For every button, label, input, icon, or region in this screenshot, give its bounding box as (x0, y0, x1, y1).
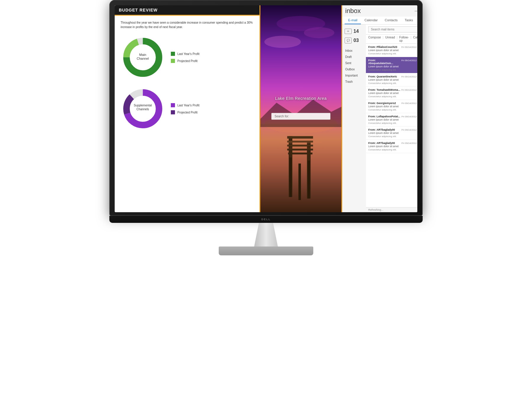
monitor: BUDGET REVIEW Throughout the year we hav… (103, 0, 429, 399)
email-sub-preview: Consectetur adipiscing elit. (368, 135, 417, 138)
monitor-stand-neck (254, 223, 278, 246)
svg-point-15 (277, 16, 325, 31)
email-item[interactable]: From: PllialooCouch23 Fri 09/14/2012 05:… (366, 44, 417, 57)
scene-search-bar[interactable]: Search for: (271, 113, 330, 120)
svg-rect-18 (287, 136, 313, 139)
inbox-nav: E-mail Calendar Contacts Tasks (342, 17, 417, 25)
supplemental-legend: Last Year's Profit Projected Profit (171, 103, 200, 114)
email-from: From: ARTbaglady00 (368, 128, 395, 131)
email-preview: Lorem ipsum dolor sit amet (368, 132, 417, 135)
chat-icon: 💬 (345, 38, 352, 43)
email-item[interactable]: From: Georgiemyers2 Fri 09/14/2012 11:41… (366, 100, 417, 113)
minimize-button[interactable]: — (415, 9, 417, 13)
inbox-panel: inbox — □ ✕ E-mail Calendar Contacts Tas… (342, 5, 417, 212)
email-item[interactable]: From: TomahawkWoma... Fri 09/14/2012 02:… (366, 87, 417, 100)
email-sub-preview: Consectetur adipiscing elit. (368, 95, 417, 98)
compose-button[interactable]: Compose (368, 36, 381, 42)
email-preview: Lorem ipsum dolor sit amet (368, 92, 417, 95)
email-item[interactable]: From: LollapaloosPotat... Fri 09/14/2012… (366, 113, 417, 126)
scene-title: Lake Elm Recreation Area (275, 96, 327, 101)
chat-counter: 💬 03 (342, 36, 366, 45)
screen: BUDGET REVIEW Throughout the year we hav… (115, 5, 417, 212)
email-date: Fri 09/14/2012 11:41 AM (401, 102, 417, 105)
email-sub-preview: Consectetur adipiscing elit. (368, 122, 417, 124)
legend-label-supp-proj: Projected Profit (177, 111, 197, 114)
legend-label-supp-last: Last Year's Profit (177, 104, 200, 107)
folder-inbox[interactable]: Inbox (342, 48, 366, 54)
legend-projected-supp: Projected Profit (171, 110, 200, 114)
legend-color-main-last (171, 52, 175, 56)
legend-projected-main: Projected Profit (171, 59, 200, 63)
mail-count: 14 (353, 29, 359, 34)
svg-rect-23 (289, 158, 292, 197)
tab-tasks[interactable]: Tasks (401, 17, 416, 24)
email-date: Fri 09/14/2012 02:13 PM (401, 89, 417, 91)
email-from: From: LollapaloosPotat... (368, 115, 400, 118)
email-sub-preview: Consectetur adipiscing elit. (368, 52, 417, 55)
svg-rect-20 (287, 145, 313, 146)
folder-trash[interactable]: Trash (342, 79, 366, 85)
email-date: Fri 09/14/2012 05:11 PM (401, 46, 417, 48)
lake-scene: Lake Elm Recreation Area Search for: (260, 5, 341, 212)
svg-rect-22 (288, 153, 312, 154)
email-item[interactable]: From: ARTbaglady00 Fri 09/14/2012 07:28 … (366, 126, 417, 140)
email-sub-preview: Consectetur adipiscing elit. (368, 82, 417, 85)
email-item[interactable]: From: QuarantineXeric Fri 09/14/2012 03:… (366, 73, 417, 87)
mail-counter: ✉ 14 (342, 27, 366, 36)
email-from: From: TomahawkWoma... (368, 88, 400, 91)
inbox-title: inbox (345, 7, 361, 15)
categorize-button[interactable]: Categorize (413, 36, 417, 42)
main-channel-donut: Main Channel (121, 35, 165, 80)
status-bar: Refreshing... (366, 207, 417, 212)
folder-important[interactable]: Important (342, 72, 366, 79)
email-from: From: PllialooCouch23 (368, 46, 397, 48)
monitor-stand-base (219, 246, 313, 255)
folder-outbox[interactable]: Outbox (342, 66, 366, 72)
inbox-body: ✉ 14 💬 03 Inbox Draft Sent Outbox I (342, 25, 417, 212)
email-item[interactable]: From: AbsquatulateOsm... Fri 09/14/2012 … (366, 57, 417, 73)
email-date: Fri 09/14/2012 11:13 AM (401, 115, 417, 118)
tab-calendar[interactable]: Calendar (361, 17, 381, 24)
email-preview: Lorem ipsum dolor sit amet (368, 65, 417, 68)
legend-last-year-main: Last Year's Profit (171, 52, 200, 56)
email-preview: Lorem ipsum dolor sit amet (368, 118, 417, 121)
email-from: From: ARTbaglady00 (368, 142, 395, 145)
email-from: From: Georgiemyers2 (368, 102, 396, 105)
tab-contacts[interactable]: Contacts (381, 17, 401, 24)
svg-rect-25 (299, 163, 301, 200)
email-from: From: QuarantineXeric (368, 75, 397, 78)
supplemental-donut: Supplemental Channels (121, 87, 165, 131)
supplemental-chart-row: Supplemental Channels Last Year's Profit (121, 87, 254, 131)
email-preview: Lorem ipsum dolor sit amet (368, 145, 417, 148)
email-date: Fri 09/14/2012 03:52 PM (401, 75, 417, 78)
window-controls: — □ ✕ (415, 9, 417, 13)
dell-logo: DELL (261, 218, 271, 221)
email-from: From: AbsquatulateOsm... (368, 59, 401, 65)
email-preview: Lorem ipsum dolor sit amet (368, 78, 417, 82)
inbox-actions: Compose | Unread | Follow-up | Categoriz… (366, 35, 417, 44)
svg-point-13 (264, 36, 301, 48)
search-input[interactable] (368, 26, 417, 33)
budget-intro: Throughout the year we have seen a consi… (121, 20, 254, 29)
legend-label-main-last: Last Year's Profit (177, 52, 200, 56)
tab-email[interactable]: E-mail (345, 17, 361, 24)
email-list: From: PllialooCouch23 Fri 09/14/2012 05:… (366, 44, 417, 207)
chat-count: 03 (353, 38, 359, 43)
budget-panel: BUDGET REVIEW Throughout the year we hav… (115, 5, 259, 212)
email-item[interactable]: From: ARTbaglady00 Fri 09/14/2012 07:28 … (366, 140, 417, 153)
scene-panel: Lake Elm Recreation Area Search for: (259, 5, 342, 212)
followup-button[interactable]: Follow-up (399, 36, 409, 42)
svg-text:Channels: Channels (137, 108, 149, 111)
folder-draft[interactable]: Draft (342, 54, 366, 60)
email-sub-preview: Consectetur adipiscing elit. (368, 108, 417, 111)
email-sub-preview: Consectetur adipiscing elit. (368, 148, 417, 151)
email-sub-preview: Consectetur adipiscing elit. (368, 69, 417, 71)
email-date: Fri 09/14/2012 07:28 AM (401, 129, 417, 131)
svg-point-27 (277, 147, 325, 150)
folder-sent[interactable]: Sent (342, 60, 366, 66)
email-preview: Lorem ipsum dolor sit amet (368, 105, 417, 108)
unread-button[interactable]: Unread (385, 36, 395, 42)
legend-color-supp-proj (171, 110, 175, 114)
inbox-main: Compose | Unread | Follow-up | Categoriz… (366, 25, 417, 212)
mail-icon: ✉ (345, 29, 352, 34)
